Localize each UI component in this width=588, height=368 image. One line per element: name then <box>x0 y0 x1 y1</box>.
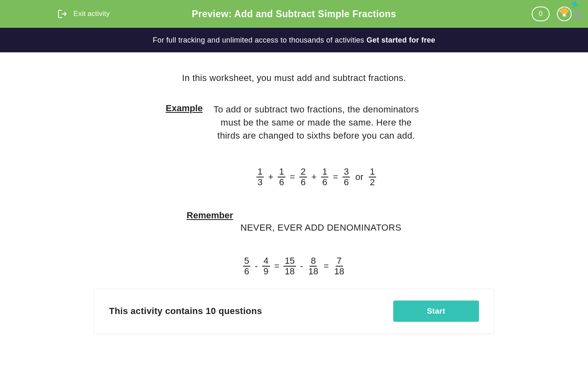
intro-text: In this worksheet, you must add and subt… <box>94 73 494 83</box>
page-title: Preview: Add and Subtract Simple Fractio… <box>192 9 396 20</box>
remember-body: NEVER, EVER ADD DENOMINATORS <box>241 210 401 233</box>
example-heading: Example <box>166 103 203 114</box>
upsell-banner[interactable]: For full tracking and unlimited access t… <box>0 28 588 52</box>
equation-1: 13 + 16 = 26 + 16 = 36 or 12 <box>210 167 422 187</box>
trophy-button[interactable] <box>557 7 572 21</box>
exit-icon <box>57 9 68 19</box>
exit-activity-label: Exit activity <box>74 10 110 18</box>
example-body: To add or subtract two fractions, the de… <box>210 103 422 142</box>
main-content: In this worksheet, you must add and subt… <box>69 52 519 334</box>
remember-heading: Remember <box>187 210 233 221</box>
svg-rect-2 <box>572 1 577 8</box>
example-block: Example To add or subtract two fractions… <box>94 103 494 187</box>
score-badge: 0 <box>532 7 550 21</box>
question-count-text: This activity contains 10 questions <box>109 306 262 316</box>
trophy-icon <box>560 9 568 19</box>
exit-activity-button[interactable]: Exit activity <box>57 9 110 19</box>
banner-cta: Get started for free <box>367 36 435 45</box>
start-button[interactable]: Start <box>393 301 479 322</box>
footer-card: This activity contains 10 questions Star… <box>94 289 494 334</box>
banner-text: For full tracking and unlimited access t… <box>153 36 364 45</box>
svg-rect-1 <box>571 2 578 7</box>
equation-2: 56 - 49 = 1518 - 818 = 718 <box>94 256 494 276</box>
svg-point-0 <box>561 2 564 5</box>
header-right-controls: 0 <box>532 7 572 21</box>
remember-block: Remember NEVER, EVER ADD DENOMINATORS <box>94 210 494 233</box>
header-bar: Exit activity Preview: Add and Subtract … <box>0 0 588 28</box>
score-value: 0 <box>539 10 543 18</box>
svg-rect-5 <box>574 11 581 14</box>
svg-rect-6 <box>574 16 581 18</box>
